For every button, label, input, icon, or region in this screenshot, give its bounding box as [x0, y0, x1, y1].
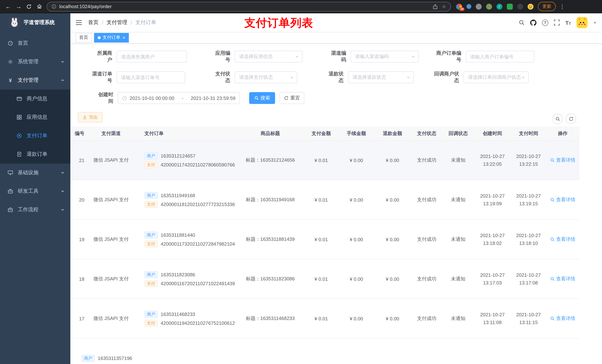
breadcrumb-home[interactable]: 首页	[88, 19, 98, 26]
font-size-icon[interactable]: TT	[565, 20, 571, 26]
back-icon[interactable]: ←	[3, 1, 13, 12]
owner-merchant-input[interactable]	[117, 51, 187, 62]
cell-channel: 微信 JSAPI 支付	[89, 157, 133, 164]
cell-order: 商户 1635311881440 支付 42000011732021102728…	[133, 229, 237, 249]
browser-update-button[interactable]: 更新	[538, 2, 556, 11]
merchant-tag: 商户	[144, 271, 158, 278]
sidebar-item-dev-tools[interactable]: 研发工具	[0, 182, 70, 200]
navbar-actions: ? TT ▼	[519, 17, 597, 28]
tags-view-bar: 首页 支付订单 ×	[70, 32, 602, 44]
document-icon	[16, 152, 22, 157]
date-end-value: 2021-10-31 23:59:59	[191, 95, 235, 101]
view-detail-link[interactable]: 查看详情	[550, 157, 575, 164]
gear-icon	[7, 59, 13, 64]
field-label: 渠道编码	[329, 50, 351, 63]
sidebar-item-pay-order[interactable]: 支付订单	[0, 126, 70, 145]
col-header-amount: 支付金额	[304, 130, 339, 137]
pay-tag: 支付	[144, 201, 158, 208]
pay-status-select[interactable]: 请选择支付状态	[235, 71, 297, 83]
tab-label: 支付订单	[103, 34, 120, 41]
sidebar-item-app-info[interactable]: 应用信息	[0, 108, 70, 126]
cell-status: 支付成功	[411, 276, 442, 282]
fullscreen-icon[interactable]	[554, 20, 560, 26]
hamburger-icon[interactable]	[75, 20, 82, 26]
info-icon[interactable]	[52, 4, 56, 9]
sidebar-item-payment[interactable]: ¥ 支付管理	[0, 71, 70, 90]
export-button[interactable]: 导出	[78, 112, 103, 123]
channel-order-no-input[interactable]	[117, 71, 185, 83]
app-id-select[interactable]: 请选择应用信息	[235, 51, 302, 62]
extension-gray-icon[interactable]	[476, 3, 482, 10]
tab-pay-order[interactable]: 支付订单 ×	[94, 33, 129, 42]
cell-status: 支付成功	[411, 315, 442, 322]
sidebar-item-merchant-info[interactable]: 商户信息	[0, 90, 70, 108]
avatar[interactable]	[576, 17, 588, 28]
forward-icon[interactable]: →	[13, 1, 24, 12]
extension-smiley-icon[interactable]	[527, 3, 534, 10]
tab-home[interactable]: 首页	[75, 33, 92, 42]
sidebar-item-system[interactable]: 系统管理	[0, 52, 70, 71]
help-icon[interactable]: ?	[542, 20, 548, 26]
view-detail-link[interactable]: 查看详情	[550, 315, 575, 322]
table-row: 商户 1635311357196	[70, 338, 580, 364]
extension-colorful-icon[interactable]: 10	[456, 3, 462, 10]
caret-down-icon[interactable]: ▼	[593, 21, 597, 25]
sidebar-item-label: 退款订单	[27, 151, 47, 157]
sidebar-item-refund-order[interactable]: 退款订单	[0, 145, 70, 164]
breadcrumb-separator: /	[131, 20, 132, 26]
cell-create-time: 2021-10-27 13:18:02	[474, 232, 511, 247]
extension-check-icon[interactable]: ✓	[496, 3, 502, 10]
view-detail-link[interactable]: 查看详情	[550, 236, 575, 243]
credit-card-icon	[16, 96, 22, 101]
col-header-refund: 退款金额	[374, 130, 411, 137]
view-detail-link[interactable]: 查看详情	[550, 276, 575, 282]
col-header-id: 编号	[70, 130, 89, 137]
extension-chat-icon[interactable]	[507, 3, 513, 10]
search-icon[interactable]	[519, 20, 525, 26]
channel-code-select[interactable]: 请输入渠道编码	[351, 51, 419, 62]
reset-button[interactable]: 重置	[280, 92, 304, 104]
field-label: 所属商户	[95, 50, 117, 63]
sidebar-logo[interactable]: 芋道管理系统	[0, 13, 70, 32]
refresh-table-button[interactable]	[566, 114, 576, 124]
cell-pay-time: 2021-10-27 13:17:08	[511, 271, 546, 287]
refund-status-select[interactable]: 请选择退款状态	[348, 71, 414, 83]
share-icon[interactable]	[433, 4, 438, 9]
field-label: 商户订单编号	[434, 50, 466, 63]
bookmark-star-icon[interactable]: ☆	[442, 4, 446, 9]
kebab-menu-icon[interactable]: ⋮	[559, 3, 565, 10]
toggle-search-button[interactable]	[552, 114, 563, 124]
browser-toolbar: ← → localhost:1024/pay/order ☆ 10	[0, 0, 602, 13]
channel-pay-no: 4200001167202110271022491439	[161, 281, 235, 286]
address-bar[interactable]: localhost:1024/pay/order ☆	[47, 2, 451, 11]
cell-order: 商户 1635312124657 支付 42000011742021102780…	[133, 150, 237, 170]
cell-action: 查看详情	[546, 157, 580, 164]
reload-icon[interactable]	[24, 1, 34, 12]
extension-drop-icon[interactable]	[466, 4, 471, 9]
merchant-order-no-input[interactable]	[466, 51, 534, 62]
merchant-order-no: 1635311468233	[161, 311, 195, 317]
github-icon[interactable]	[530, 20, 537, 26]
extension-olive-icon[interactable]	[486, 3, 492, 10]
date-range-picker[interactable]: 2021-10-01 00:00:00 - 2021-10-31 23:59:5…	[118, 92, 240, 104]
breadcrumb-section[interactable]: 支付管理	[107, 19, 127, 26]
merchant-order-no: 1635311949168	[161, 193, 195, 198]
table-body: 21 微信 JSAPI 支付 商户 1635312124657 支付 42000…	[70, 141, 580, 364]
sidebar-item-home[interactable]: 首页	[0, 34, 70, 52]
cell-notify: 未通知	[442, 315, 474, 322]
sidebar-item-workflow[interactable]: 工作流程	[0, 200, 70, 219]
search-button[interactable]: 搜索	[249, 92, 275, 104]
chevron-down-icon	[61, 60, 64, 64]
extension-badge: 10	[459, 7, 465, 11]
extension-dark-icon[interactable]	[517, 3, 523, 10]
extensions-strip: 10 ✓	[456, 3, 534, 10]
close-icon[interactable]: ×	[123, 35, 125, 40]
chevron-down-icon	[295, 55, 299, 58]
view-detail-link[interactable]: 查看详情	[550, 197, 575, 203]
home-icon[interactable]	[34, 1, 44, 12]
field-label: 退款状态	[327, 71, 348, 84]
callback-status-select[interactable]: 请选择订单回调商户状态	[463, 71, 529, 83]
filter-create-time: 创建时间 2021-10-01 00:00:00 - 2021-10-31 23…	[96, 92, 240, 104]
sidebar-item-infrastructure[interactable]: 基础设施	[0, 164, 70, 182]
toolbox-icon	[7, 189, 13, 194]
